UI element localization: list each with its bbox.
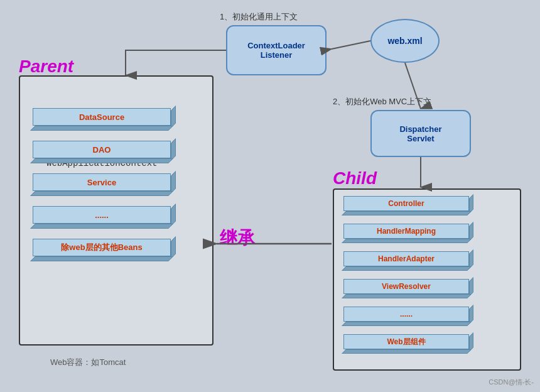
view-resolver-side-bottom [342,294,472,298]
datasource-side-right [171,106,176,128]
annotation-init-mvc: 2、初始化Web MVC上下文 [333,96,431,107]
dispatcher-text: DispatcherServlet [399,124,441,143]
service-card: Service [33,173,171,195]
dao-label: DAO [33,141,171,158]
controller-side-bottom [342,211,472,215]
dots-label: ...... [33,206,171,224]
parent-label: Parent [19,57,73,77]
annotation-init-context: 1、初始化通用上下文 [220,11,298,23]
service-side-right [171,171,176,193]
dao-card: DAO [33,141,171,162]
web-container-label: Web容器：如Tomcat [50,357,126,368]
other-beans-side-bottom [30,256,173,261]
datasource-side-bottom [30,126,173,131]
datasource-card: DataSource [33,108,171,129]
child-cards-container: Controller HandlerMapping HandlerAdapter… [343,196,469,353]
handler-adapter-card: HandlerAdapter [343,251,469,270]
parent-box: WebApplicationContext DataSource DAO Ser… [19,75,213,346]
other-beans-side-right [171,236,176,259]
handler-mapping-side-bottom [342,239,472,243]
dots-side-bottom [30,224,173,229]
dao-side-bottom [30,158,173,163]
handler-mapping-card: HandlerMapping [343,224,469,242]
parent-cards-container: DataSource DAO Service ...... [33,108,171,260]
view-resolver-label: ViewResolver [343,279,469,294]
dots-card: ...... [33,206,171,227]
child-dots-card: ...... [343,307,469,325]
watermark: CSDN@情-长- [489,378,534,387]
web-component-label: Web层组件 [343,334,469,349]
dots-side-right [171,204,176,226]
controller-card: Controller [343,196,469,215]
arrow-ctx-to-parent [126,50,226,75]
inherit-label: 继承 [220,226,255,250]
handler-adapter-label: HandlerAdapter [343,251,469,266]
service-side-bottom [30,191,173,196]
child-box: Controller HandlerMapping HandlerAdapter… [333,188,521,371]
dispatcher-box: DispatcherServlet [370,110,471,157]
ctx-loader-box: ContextLoaderListener [226,25,327,75]
other-beans-card: 除web层的其他Beans [33,239,171,260]
handler-adapter-side-bottom [342,266,472,271]
ctx-loader-text: ContextLoaderListener [247,41,305,60]
controller-label: Controller [343,196,469,211]
webxml-oval: web.xml [370,19,440,63]
service-label: Service [33,173,171,191]
child-dots-side-bottom [342,322,472,326]
arrow-webxml-to-ctx [332,41,370,49]
webxml-label: web.xml [387,36,422,46]
handler-mapping-label: HandlerMapping [343,224,469,239]
web-component-card: Web层组件 [343,334,469,353]
diagram-container: Parent WebApplicationContext DataSource … [0,0,540,392]
web-component-side-bottom [342,349,472,354]
child-label: Child [333,168,377,188]
dao-side-right [171,138,176,161]
child-dots-label: ...... [343,307,469,322]
other-beans-label: 除web层的其他Beans [33,239,171,256]
datasource-label: DataSource [33,108,171,126]
view-resolver-card: ViewResolver [343,279,469,298]
